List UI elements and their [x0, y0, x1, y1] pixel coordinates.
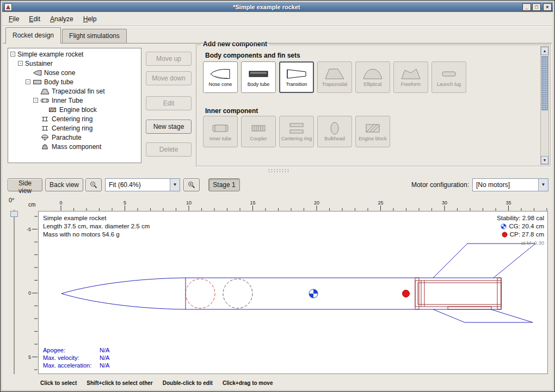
add-body-tube-button[interactable]: Body tube	[241, 61, 276, 93]
svg-text:30: 30	[442, 200, 447, 206]
add-elliptical-button[interactable]: Elliptical	[355, 61, 390, 93]
tree-item-mass-component[interactable]: Mass component	[8, 142, 141, 151]
tree-item-centering-ring[interactable]: Centering ring	[8, 123, 141, 133]
menu-help[interactable]: Help	[79, 13, 101, 25]
parachute-outline	[186, 279, 215, 308]
close-button[interactable]: ×	[543, 3, 552, 11]
zoom-out-icon	[89, 181, 98, 189]
delete-button[interactable]: Delete	[146, 142, 192, 157]
add-bulkhead-button[interactable]: Bulkhead	[317, 116, 352, 147]
tab-flight-simulations[interactable]: Flight simulations	[62, 29, 127, 43]
svg-text:25: 25	[378, 200, 383, 206]
tree-item-sustainer[interactable]: -Sustainer	[8, 59, 141, 68]
scroll-up-icon[interactable]: ▲	[541, 47, 548, 55]
minimize-button[interactable]: _	[522, 3, 531, 11]
side-view-button[interactable]: Side view	[8, 178, 42, 191]
slider-track	[14, 210, 15, 374]
menu-edit[interactable]: Edit	[24, 13, 45, 25]
add-centering-ring-button[interactable]: Centering ring	[279, 116, 314, 147]
ruler-unit-label: cm	[28, 202, 35, 208]
tree-item-centering-ring[interactable]: Centering ring	[8, 114, 141, 123]
add-component-panel: Add new component Body components and fi…	[196, 45, 551, 166]
tree-item-parachute[interactable]: Parachute	[8, 133, 141, 142]
new-stage-button[interactable]: New stage	[146, 120, 192, 134]
motor-configuration-value: [No motors]	[473, 179, 538, 191]
menu-file[interactable]: File	[4, 13, 23, 25]
scrollbar[interactable]: ▲ ▼	[540, 46, 549, 165]
add-coupler-button[interactable]: Coupler	[241, 116, 276, 147]
fin-lower	[433, 309, 533, 322]
inner-components-row: Inner tubeCouplerCentering ringBulkheadE…	[203, 116, 390, 147]
tab-rocket-design[interactable]: Rocket design	[5, 27, 61, 43]
tree-item-nose-cone[interactable]: Nose cone	[8, 68, 141, 77]
add-inner-tube-button[interactable]: Inner tube	[203, 116, 238, 147]
action-buttons: Move upMove downEditNew stageDelete	[146, 52, 193, 160]
chevron-down-icon[interactable]: ▼	[170, 179, 180, 191]
body-tube-icon	[248, 67, 269, 81]
motor-configuration-select[interactable]: [No motors] ▼	[472, 178, 548, 191]
add-launch-lug-button[interactable]: Launch lug	[431, 61, 466, 93]
move-down-button[interactable]: Move down	[146, 71, 192, 85]
title-bar[interactable]: *Simple example rocket _ □ ×	[2, 2, 553, 12]
splitter-handle[interactable]	[268, 169, 289, 173]
add-nose-cone-button[interactable]: Nose cone	[203, 61, 238, 93]
chevron-down-icon[interactable]: ▼	[538, 179, 548, 191]
scroll-down-icon[interactable]: ▼	[541, 156, 548, 164]
motor-configuration-label: Motor configuration:	[411, 178, 469, 191]
menu-analyze[interactable]: Analyze	[46, 13, 78, 25]
trapezoid-icon	[324, 67, 346, 81]
rotation-slider[interactable]	[10, 210, 18, 374]
edit-button[interactable]: Edit	[146, 96, 192, 110]
cg-marker	[309, 289, 318, 298]
expander-minus-icon[interactable]: -	[26, 79, 30, 84]
cg-value: CG: 20.4 cm	[509, 222, 544, 231]
scrollbar-thumb[interactable]	[541, 56, 548, 110]
tree-item-inner-tube[interactable]: -Inner Tube	[8, 96, 141, 105]
expander-minus-icon[interactable]: -	[18, 61, 23, 66]
add-trapezoidal-button[interactable]: Trapezoidal	[317, 61, 352, 93]
engine-block-icon	[362, 121, 384, 135]
rocket-figure-canvas[interactable]: Simple example rocket Length 37.5 cm, ma…	[38, 211, 548, 374]
expander-minus-icon[interactable]: -	[33, 98, 38, 103]
tree-item-simple-example-rocket[interactable]: -Simple example rocket	[8, 49, 141, 59]
menu-bar: FileEditAnalyzeHelp	[2, 12, 553, 26]
back-view-button[interactable]: Back view	[45, 178, 83, 191]
ruler-horizontal: 05101520253035	[38, 200, 548, 211]
inner-tube-icon	[40, 97, 50, 104]
apogee-value: N/A	[100, 347, 109, 353]
tree-item-engine-block[interactable]: Engine block	[8, 105, 141, 114]
nose-cone-icon	[33, 70, 42, 76]
add-freeform-button[interactable]: Freeform	[393, 61, 428, 93]
stage-1-toggle[interactable]: Stage 1	[208, 178, 240, 191]
coupler-icon	[248, 121, 269, 135]
zoom-in-icon	[187, 181, 196, 189]
zoom-in-button[interactable]	[183, 178, 200, 191]
add-component-title: Add new component	[201, 40, 269, 48]
zoom-value: Fit (60.4%)	[106, 179, 170, 191]
mach-value: at M=0.30	[497, 239, 544, 247]
slider-thumb[interactable]	[10, 211, 18, 217]
ruler-vertical: -505	[24, 211, 38, 374]
maximize-button[interactable]: □	[532, 3, 541, 11]
view-toolbar: Side view Back view Fit (60.4%) ▼ Stage …	[2, 178, 553, 192]
move-up-button[interactable]: Move up	[146, 52, 192, 66]
add-engine-block-button[interactable]: Engine block	[355, 116, 390, 147]
expander-minus-icon[interactable]: -	[10, 52, 15, 57]
zoom-out-button[interactable]	[85, 178, 102, 191]
stability-value: Stability: 2.98 cal	[497, 214, 544, 222]
tab-pane-border	[3, 43, 552, 43]
rocket-mass: Mass with no motors 54.6 g	[43, 231, 150, 239]
rocket-dimensions: Length 37.5 cm, max. diameter 2.5 cm	[43, 222, 150, 231]
component-tree[interactable]: -Simple example rocket-SustainerNose con…	[8, 48, 141, 163]
launch-lug-icon	[438, 67, 460, 81]
tree-item-body-tube[interactable]: -Body tube	[8, 77, 141, 86]
body-components-section-label: Body components and fin sets	[205, 52, 300, 59]
tree-item-trapezoidal-fin-set[interactable]: Trapezoidal fin set	[8, 86, 141, 96]
add-transition-button[interactable]: Transition	[279, 61, 314, 93]
body-components-row: Nose coneBody tubeTransitionTrapezoidalE…	[203, 61, 466, 93]
tab-bar: Rocket designFlight simulations	[2, 26, 553, 43]
svg-text:5: 5	[28, 354, 31, 360]
hint-double-click: Double-click to edit	[163, 380, 213, 386]
zoom-select[interactable]: Fit (60.4%) ▼	[105, 178, 180, 191]
flight-data: Apogee:N/A Max. velocity:N/A Max. accele…	[43, 346, 109, 369]
